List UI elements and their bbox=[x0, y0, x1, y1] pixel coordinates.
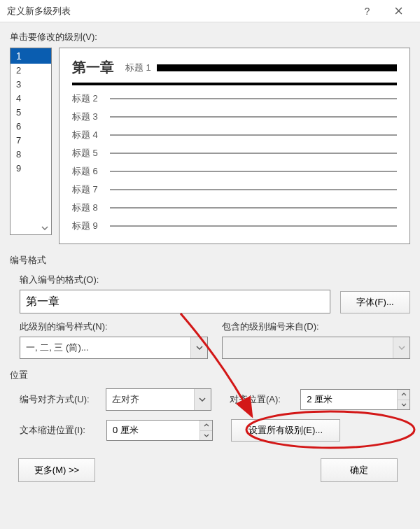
preview-label: 标题 1 bbox=[125, 62, 151, 74]
text-indent-input[interactable] bbox=[106, 420, 213, 441]
number-style-select[interactable]: 一, 二, 三 (简)... bbox=[20, 337, 208, 359]
preview-row: 标题 3 bbox=[72, 111, 397, 123]
include-from-label: 包含的级别编号来自(D): bbox=[222, 320, 410, 333]
preview-row: 标题 9 bbox=[72, 220, 397, 232]
alignment-label: 编号对齐方式(U): bbox=[20, 393, 102, 406]
preview-pane: 第一章 标题 1 标题 2 标题 3 标题 4 标题 5 标题 6 标题 7 标… bbox=[59, 48, 410, 244]
preview-row: 标题 6 bbox=[72, 165, 397, 178]
list-item[interactable]: 6 bbox=[10, 120, 51, 134]
levels-label: 单击要修改的级别(V): bbox=[10, 31, 410, 43]
preview-chapter: 第一章 bbox=[72, 58, 114, 77]
list-item[interactable]: 1 bbox=[10, 48, 51, 64]
list-item[interactable]: 5 bbox=[10, 106, 51, 120]
spin-up[interactable] bbox=[397, 390, 410, 400]
close-button[interactable] bbox=[383, 0, 414, 22]
preview-row: 标题 8 bbox=[72, 202, 397, 214]
list-item[interactable]: 3 bbox=[10, 78, 51, 92]
text-indent-label: 文本缩进位置(I): bbox=[20, 424, 102, 437]
spin-down[interactable] bbox=[397, 400, 410, 410]
chevron-down-icon bbox=[393, 337, 410, 358]
number-style-label: 此级别的编号样式(N): bbox=[20, 320, 208, 333]
title-bar: 定义新多级列表 ? bbox=[0, 0, 420, 22]
ok-button[interactable]: 确定 bbox=[321, 458, 398, 482]
list-item[interactable]: 2 bbox=[10, 64, 51, 78]
number-format-group-title: 编号格式 bbox=[10, 254, 410, 268]
list-item[interactable]: 9 bbox=[10, 162, 51, 176]
preview-row: 标题 2 bbox=[72, 92, 397, 105]
spin-down[interactable] bbox=[200, 431, 212, 441]
aligned-at-input[interactable] bbox=[300, 389, 410, 410]
aligned-at-label: 对齐位置(A): bbox=[230, 393, 296, 406]
include-from-select bbox=[222, 337, 410, 359]
chevron-down-icon[interactable] bbox=[190, 337, 207, 358]
chevron-down-icon[interactable] bbox=[194, 389, 211, 410]
font-button[interactable]: 字体(F)... bbox=[340, 291, 410, 313]
list-item[interactable]: 4 bbox=[10, 92, 51, 106]
level-listbox[interactable]: 1 2 3 4 5 6 7 8 9 bbox=[10, 48, 52, 235]
preview-row: 标题 4 bbox=[72, 129, 397, 141]
preview-row: 标题 5 bbox=[72, 147, 397, 160]
preview-bar bbox=[157, 64, 397, 71]
list-item[interactable]: 7 bbox=[10, 134, 51, 148]
help-button[interactable]: ? bbox=[351, 0, 383, 22]
preview-row: 标题 7 bbox=[72, 183, 397, 196]
position-group-title: 位置 bbox=[10, 369, 410, 383]
preview-divider bbox=[72, 83, 397, 85]
spin-up[interactable] bbox=[200, 421, 212, 431]
number-format-input[interactable] bbox=[20, 290, 330, 313]
chevron-down-icon[interactable] bbox=[39, 223, 50, 233]
set-all-levels-button[interactable]: 设置所有级别(E)... bbox=[231, 419, 340, 442]
list-item[interactable]: 8 bbox=[10, 148, 51, 162]
more-button[interactable]: 更多(M) >> bbox=[18, 458, 95, 482]
enter-format-label: 输入编号的格式(O): bbox=[20, 274, 410, 286]
window-title: 定义新多级列表 bbox=[7, 5, 351, 17]
preview-level1: 第一章 标题 1 bbox=[72, 58, 397, 77]
